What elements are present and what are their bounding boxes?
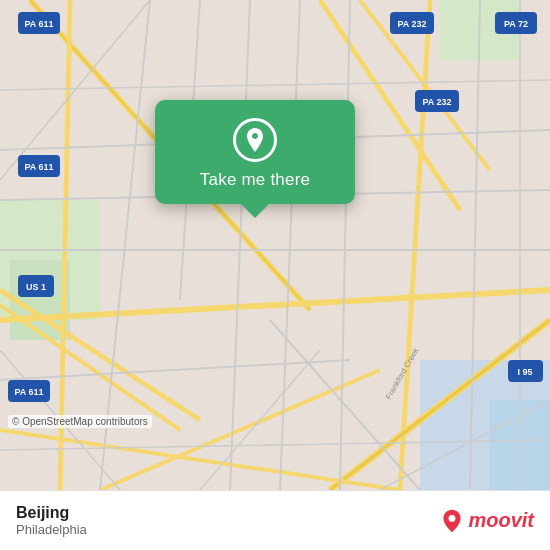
place-city: Philadelphia: [16, 522, 87, 537]
svg-text:PA 232: PA 232: [397, 19, 426, 29]
svg-text:US 1: US 1: [26, 282, 46, 292]
take-me-there-button[interactable]: Take me there: [200, 170, 310, 190]
svg-point-54: [449, 515, 456, 522]
place-name: Beijing: [16, 504, 87, 522]
svg-text:PA 611: PA 611: [14, 387, 43, 397]
popup-card: Take me there: [155, 100, 355, 204]
location-icon: [233, 118, 277, 162]
moovit-text: moovit: [468, 509, 534, 532]
moovit-logo[interactable]: moovit: [440, 509, 534, 533]
map-copyright: © OpenStreetMap contributors: [8, 415, 152, 428]
moovit-pin-icon: [440, 509, 464, 533]
svg-text:PA 611: PA 611: [24, 19, 53, 29]
svg-text:PA 611: PA 611: [24, 162, 53, 172]
svg-text:PA 72: PA 72: [504, 19, 528, 29]
location-label: Beijing Philadelphia: [16, 504, 87, 537]
map-container: PA 611 PA 611 PA 611 US 1 PA 232 PA 232 …: [0, 0, 550, 490]
svg-text:I 95: I 95: [517, 367, 532, 377]
bottom-bar: Beijing Philadelphia moovit: [0, 490, 550, 550]
svg-text:PA 232: PA 232: [422, 97, 451, 107]
